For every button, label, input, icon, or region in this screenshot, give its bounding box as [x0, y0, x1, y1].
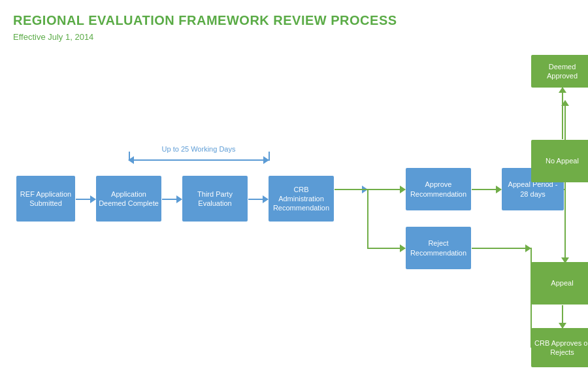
- arrow-to-reject: [367, 248, 405, 249]
- arrow-approve-to-appeal-period: [472, 189, 501, 190]
- line-crb-approve: [335, 189, 367, 190]
- crb-admin-box: CRB Administration Recommendation: [269, 176, 334, 222]
- arrow-to-appeal: [564, 210, 566, 263]
- vline-reject-to-crb: [531, 248, 532, 348]
- page-title: REGIONAL EVALUATION FRAMEWORK REVIEW PRO…: [13, 13, 575, 28]
- crb-approves-box: CRB Approves or Rejects: [531, 328, 588, 367]
- vline-right-working: [269, 152, 270, 161]
- ref-application-box: REF Application Submitted: [16, 176, 75, 222]
- working-days-label: Up to 25 Working Days: [129, 145, 269, 153]
- working-days-arrow: [129, 159, 269, 161]
- arrow-deemed-to-third: [162, 199, 182, 200]
- process-diagram: REF Application Submitted Application De…: [13, 48, 575, 349]
- arrow-no-appeal-to-deemed: [562, 88, 563, 139]
- application-deemed-box: Application Deemed Complete: [96, 176, 161, 222]
- reject-rec-box: Reject Recommendation: [406, 227, 471, 269]
- vline-crb-split: [367, 189, 368, 248]
- appeal-box: Appeal: [531, 262, 588, 305]
- third-party-box: Third Party Evaluation: [182, 176, 248, 222]
- page: REGIONAL EVALUATION FRAMEWORK REVIEW PRO…: [0, 0, 588, 379]
- deemed-approved-box: Deemed Approved: [531, 55, 588, 88]
- no-appeal-box: No Appeal: [531, 140, 588, 182]
- arrow-ref-to-deemed: [76, 199, 95, 200]
- arrow-third-to-crb: [248, 199, 268, 200]
- arrow-appeal-to-crb: [562, 305, 563, 328]
- page-subtitle: Effective July 1, 2014: [13, 32, 575, 42]
- arrow-to-approve: [367, 189, 405, 190]
- approve-rec-box: Approve Recommendation: [406, 168, 471, 210]
- hline-period-connector: [564, 189, 565, 190]
- vline-left-working: [129, 152, 130, 161]
- arrow-reject-to-crb-approves: [472, 248, 531, 249]
